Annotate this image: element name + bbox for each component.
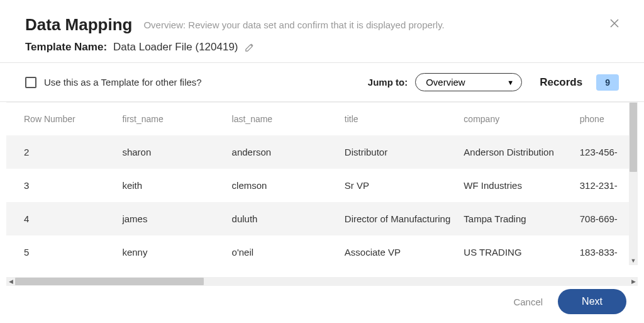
cell-company: WF Industries [464,169,579,202]
template-name-label: Template Name: [25,41,107,54]
cell-company: Tampa Trading [464,202,579,235]
cancel-button[interactable]: Cancel [513,297,543,307]
cell-title: Sr VP [345,169,464,202]
cell-last-name: duluth [232,202,345,235]
cell-row-number: 4 [6,202,122,235]
cell-row-number: 5 [6,235,122,265]
table-header-row: Row Number first_name last_name title co… [6,103,638,135]
col-header-last-name[interactable]: last_name [232,103,345,135]
col-header-company[interactable]: company [464,103,579,135]
cell-title: Distributor [345,135,464,169]
edit-icon[interactable] [245,43,254,52]
cell-row-number: 3 [6,169,122,202]
next-button[interactable]: Next [558,289,626,314]
cell-company: Anderson Distribution [464,135,579,169]
col-header-title[interactable]: title [345,103,464,135]
chevron-down-icon: ▼ [507,79,514,86]
cell-last-name: o'neil [232,235,345,265]
jumpto-label: Jump to: [368,77,408,88]
cell-first-name: kenny [122,235,231,265]
col-header-first-name[interactable]: first_name [122,103,231,135]
page-title: Data Mapping [25,15,132,35]
cell-first-name: james [122,202,231,235]
checkbox-icon [25,77,36,88]
page-subtitle: Overview: Review your data set and confi… [143,20,444,30]
template-name-value: Data Loader File (120419) [113,41,238,54]
cell-title: Director of Manufacturing [345,202,464,235]
cell-first-name: keith [122,169,231,202]
cell-last-name: anderson [232,135,345,169]
cell-row-number: 2 [6,135,122,169]
scrollbar-thumb[interactable] [630,103,637,172]
table-row[interactable]: 3 keith clemson Sr VP WF Industries 312-… [6,169,638,202]
cell-title: Associate VP [345,235,464,265]
cell-company: US TRADING [464,235,579,265]
records-label: Records [540,76,582,89]
data-table: Row Number first_name last_name title co… [6,103,638,265]
scroll-down-icon[interactable]: ▼ [629,256,638,265]
col-header-row-number[interactable]: Row Number [6,103,122,135]
cell-last-name: clemson [232,169,345,202]
vertical-scrollbar[interactable]: ▼ [629,103,638,265]
records-count-badge: 9 [596,74,619,91]
template-checkbox-label: Use this as a Template for other files? [44,77,202,88]
cell-first-name: sharon [122,135,231,169]
table-row[interactable]: 2 sharon anderson Distributor Anderson D… [6,135,638,169]
table-row[interactable]: 4 james duluth Director of Manufacturing… [6,202,638,235]
close-icon[interactable] [610,18,619,31]
table-row[interactable]: 5 kenny o'neil Associate VP US TRADING 1… [6,235,638,265]
template-checkbox[interactable]: Use this as a Template for other files? [25,77,202,88]
jumpto-value: Overview [426,77,465,88]
jumpto-select[interactable]: Overview ▼ [415,73,522,91]
